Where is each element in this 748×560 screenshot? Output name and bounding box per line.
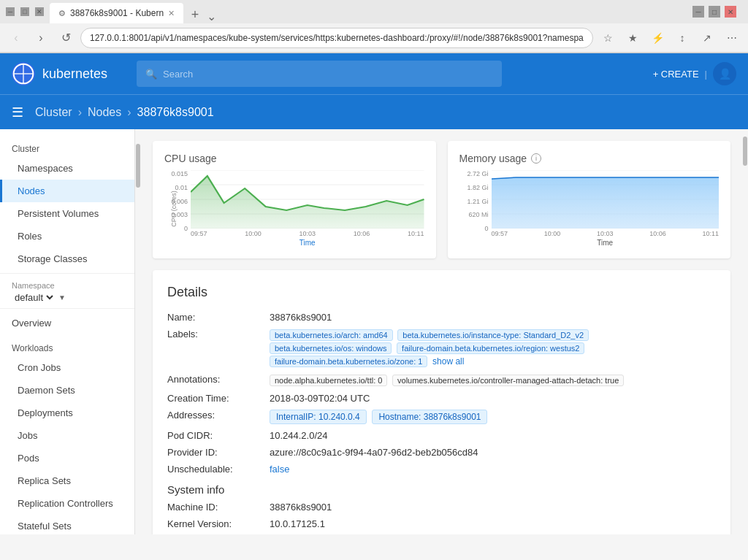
sidebar-item-replica-sets[interactable]: Replica Sets	[0, 469, 134, 492]
sidebar-item-roles[interactable]: Roles	[0, 225, 134, 248]
label-tag-1: beta.kubernetes.io/arch: amd64	[270, 329, 393, 341]
mem-x4: 10:06	[649, 230, 666, 237]
titlebar-restore[interactable]: □	[709, 6, 720, 18]
cluster-section-header: Cluster	[0, 135, 134, 157]
mem-x2: 10:00	[544, 230, 561, 237]
sidebar-item-replication-controllers[interactable]: Replication Controllers	[0, 492, 134, 515]
cpu-x3: 10:03	[299, 230, 316, 237]
pod-cidr-label: Pod CIDR:	[167, 430, 270, 441]
provider-value: azure://8c0c9a1c-9f94-4a07-96d2-beb2b056…	[270, 447, 716, 458]
tab-menu-button[interactable]: ⌄	[207, 9, 216, 23]
breadcrumb-nodes[interactable]: Nodes	[88, 106, 121, 119]
browser-chrome: ─ □ ✕ ⚙ 38876k8s9001 - Kubern ✕ + ⌄ ─ □ …	[0, 0, 748, 53]
minimize-button[interactable]: ─	[6, 7, 15, 16]
titlebar-close[interactable]: ✕	[725, 6, 736, 18]
sidebar-scrollbar[interactable]	[135, 129, 141, 534]
mem-x-label: Time	[492, 239, 720, 247]
menu-button[interactable]: ⋯	[722, 28, 742, 48]
sidebar-item-stateful-sets[interactable]: Stateful Sets	[0, 515, 134, 534]
memory-info-icon: i	[531, 153, 541, 164]
cpu-chart-svg	[191, 170, 424, 229]
app: kubernetes 🔍 Search + CREATE | 👤 ☰ Clust…	[0, 53, 748, 534]
hamburger-menu[interactable]: ☰	[12, 104, 23, 120]
refresh-button[interactable]: ↺	[56, 28, 76, 48]
sidebar-divider-2	[0, 308, 134, 309]
show-all-link[interactable]: show all	[432, 356, 464, 367]
search-bar[interactable]: 🔍 Search	[137, 61, 502, 87]
sidebar-item-nodes[interactable]: Nodes	[0, 180, 134, 202]
sidebar-item-persistent-volumes[interactable]: Persistent Volumes	[0, 202, 134, 225]
sidebar-item-pods[interactable]: Pods	[0, 447, 134, 469]
machine-id-value: 38876k8s9001	[270, 502, 716, 513]
label-tag-4: failure-domain.beta.kubernetes.io/region…	[397, 342, 584, 354]
create-button[interactable]: + CREATE	[653, 69, 699, 80]
mem-x5: 10:11	[702, 230, 719, 237]
mem-x3: 10:03	[597, 230, 614, 237]
detail-row-name: Name: 38876k8s9001	[167, 312, 716, 323]
sidebar-item-daemon-sets[interactable]: Daemon Sets	[0, 379, 134, 402]
addresses-label: Addresses:	[167, 410, 270, 421]
details-card: Details Name: 38876k8s9001 Labels: beta.…	[153, 270, 730, 534]
mem-y3: 1.21 Gi	[467, 198, 488, 205]
titlebar-minimize[interactable]: ─	[692, 6, 704, 18]
breadcrumb-cluster[interactable]: Cluster	[35, 106, 72, 119]
bookmark-manager-button[interactable]: ★	[622, 28, 643, 48]
new-tab-button[interactable]: +	[186, 6, 204, 23]
mem-y1: 0	[484, 225, 488, 232]
label-tag-5: failure-domain.beta.kubernetes.io/zone: …	[270, 356, 427, 367]
breadcrumb-sep2: ›	[127, 106, 131, 119]
namespace-label: Namespace	[12, 281, 123, 290]
kernel-value: 10.0.17125.1	[270, 518, 716, 529]
forward-button[interactable]: ›	[31, 28, 51, 48]
pod-cidr-value: 10.244.2.0/24	[270, 430, 716, 441]
sidebar-item-cron-jobs[interactable]: Cron Jobs	[0, 356, 134, 379]
sidebar-item-deployments[interactable]: Deployments	[0, 402, 134, 424]
name-label: Name:	[167, 312, 270, 323]
annotation-tag-1: node.alpha.kubernetes.io/ttl: 0	[270, 375, 387, 386]
detail-row-kernel: Kernel Version: 10.0.17125.1	[167, 518, 716, 529]
unschedulable-value: false	[270, 464, 716, 475]
back-button[interactable]: ‹	[6, 28, 26, 48]
content-scrollbar-thumb[interactable]	[743, 137, 747, 166]
maximize-button[interactable]: □	[20, 7, 29, 16]
detail-row-creation: Creation Time: 2018-03-09T02:04 UTC	[167, 393, 716, 404]
cpu-chart-title: CPU usage	[164, 153, 424, 164]
mem-x1: 09:57	[492, 230, 508, 237]
main-layout: Cluster Namespaces Nodes Persistent Volu…	[0, 129, 748, 534]
sidebar-item-jobs[interactable]: Jobs	[0, 424, 134, 447]
share-button[interactable]: ↗	[697, 28, 717, 48]
sidebar-item-storage-classes[interactable]: Storage Classes	[0, 248, 134, 270]
name-value: 38876k8s9001	[270, 312, 716, 323]
browser-tab[interactable]: ⚙ 38876k8s9001 - Kubern ✕	[50, 3, 183, 23]
user-avatar[interactable]: 👤	[713, 62, 736, 85]
window-controls: ─ □ ✕	[6, 7, 44, 16]
sidebar-item-namespaces[interactable]: Namespaces	[0, 157, 134, 180]
cpu-y5: 0.015	[171, 170, 188, 177]
namespace-dropdown-icon: ▼	[58, 294, 66, 302]
address-bar[interactable]	[80, 28, 593, 48]
close-button[interactable]: ✕	[35, 7, 44, 16]
tab-close-button[interactable]: ✕	[168, 9, 175, 18]
header-divider: |	[705, 69, 707, 80]
namespace-select[interactable]: default	[12, 291, 56, 304]
svg-marker-14	[492, 177, 720, 229]
content-scrollbar[interactable]	[742, 129, 748, 534]
sidebar-item-overview[interactable]: Overview	[0, 312, 134, 334]
detail-row-unschedulable: Unschedulable: false	[167, 464, 716, 475]
label-tag-3: beta.kubernetes.io/os: windows	[270, 342, 392, 354]
avatar-icon: 👤	[719, 68, 731, 80]
labels-label: Labels:	[167, 329, 270, 340]
extensions-button[interactable]: ⚡	[647, 28, 668, 48]
scrollbar-thumb[interactable]	[136, 144, 140, 188]
annotations-label: Annotations:	[167, 374, 270, 385]
browser-nav: ‹ › ↺ ☆ ★ ⚡ ↕ ↗ ⋯	[0, 23, 748, 53]
address-tag-hostname: Hostname: 38876k8s9001	[372, 410, 487, 424]
bookmark-button[interactable]: ☆	[598, 28, 618, 48]
charts-row: CPU usage 0.015 0.01 0.006 0.003 0 CPU (…	[153, 141, 730, 258]
mem-y5: 2.72 Gi	[467, 170, 488, 177]
sync-button[interactable]: ↕	[672, 28, 692, 48]
detail-row-machine-id: Machine ID: 38876k8s9001	[167, 502, 716, 513]
mem-y2: 620 Mi	[468, 211, 488, 218]
breadcrumb: Cluster › Nodes › 38876k8s9001	[35, 106, 214, 119]
detail-row-addresses: Addresses: InternalIP: 10.240.0.4 Hostna…	[167, 410, 716, 424]
